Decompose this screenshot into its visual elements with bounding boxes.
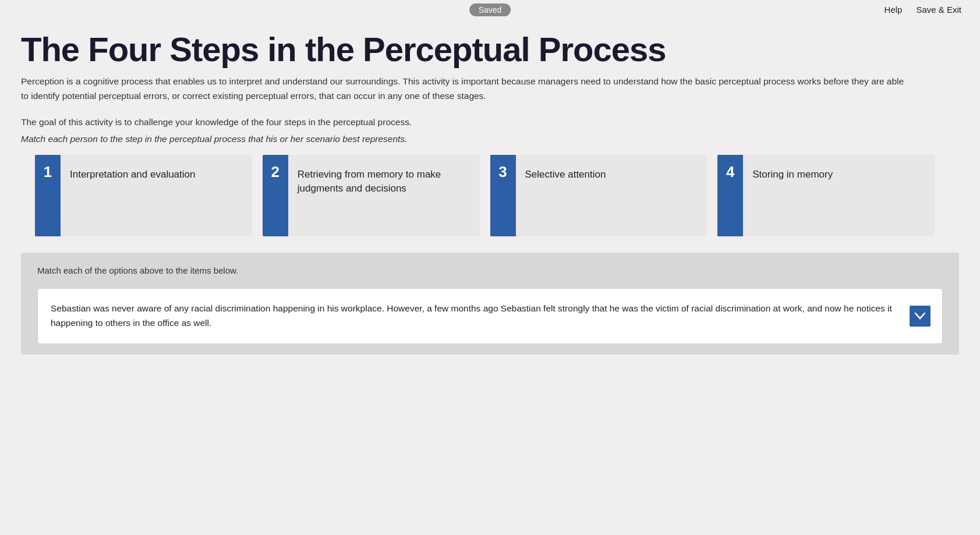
step-number-2: 2 [263, 155, 288, 236]
match-label: Match each of the options above to the i… [37, 265, 943, 275]
chevron-down-icon [915, 313, 925, 320]
saved-badge: Saved [469, 3, 511, 16]
intro-text: Perception is a cognitive process that e… [0, 75, 932, 109]
step-card-4: 4 Storing in memory [717, 155, 935, 236]
step-label-3: Selective attention [516, 155, 617, 192]
step-card-3: 3 Selective attention [490, 155, 707, 236]
step-card-2: 2 Retrieving from memory to make judgmen… [263, 155, 480, 236]
match-instruction: Match each person to the step in the per… [0, 133, 980, 155]
step-number-1: 1 [35, 155, 61, 236]
scenario-dropdown-button[interactable] [910, 306, 931, 327]
scenario-box: Sebastian was never aware of any racial … [37, 288, 943, 344]
page-title: The Four Steps in the Perceptual Process [0, 19, 980, 75]
step-label-4: Storing in memory [743, 155, 843, 192]
top-bar: Saved Help Save & Exit [0, 0, 980, 19]
scenario-text: Sebastian was never aware of any racial … [51, 302, 900, 331]
step-label-2: Retrieving from memory to make judgments… [288, 155, 480, 206]
step-number-3: 3 [490, 155, 516, 236]
step-number-4: 4 [717, 155, 743, 236]
steps-row: 1 Interpretation and evaluation 2 Retrie… [0, 155, 980, 253]
step-card-1: 1 Interpretation and evaluation [35, 155, 252, 236]
bottom-section: Match each of the options above to the i… [21, 253, 959, 355]
step-label-1: Interpretation and evaluation [61, 155, 206, 192]
goal-text: The goal of this activity is to challeng… [0, 109, 980, 133]
save-exit-button[interactable]: Save & Exit [916, 5, 961, 15]
help-button[interactable]: Help [885, 5, 903, 15]
